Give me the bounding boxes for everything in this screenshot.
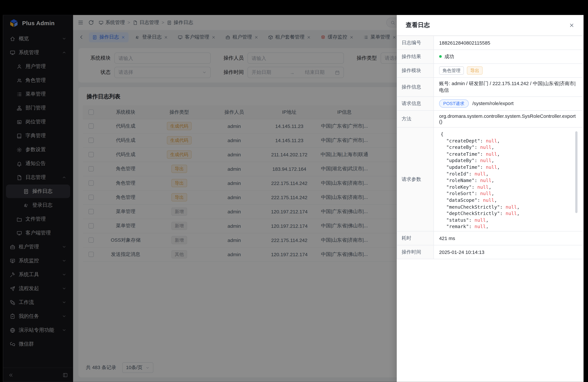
log-id-value: 1882612840802115585	[434, 36, 583, 50]
module-tag: 导出	[467, 66, 483, 75]
detail-row-result: 操作结果 成功	[397, 50, 583, 64]
detail-row-time: 操作时间 2025-01-24 10:14:13	[397, 245, 583, 259]
scrollbar-thumb[interactable]	[575, 131, 578, 213]
operation-info-value: 账号: admin / 研发部门 / 222.175.114.242 / 中国|…	[434, 77, 583, 97]
field-label: 请求参数	[397, 127, 434, 231]
field-label: 日志编号	[397, 36, 434, 50]
field-label: 操作信息	[397, 77, 434, 97]
module-tag: 角色管理	[439, 66, 464, 75]
request-value: POST请求/system/role/export	[434, 97, 583, 110]
detail-row-module: 操作模块 角色管理导出	[397, 64, 583, 77]
log-detail-table: 日志编号 1882612840802115585 操作结果 成功 操作模块 角色…	[397, 36, 583, 259]
drawer-title: 查看日志	[406, 21, 430, 29]
detail-row-log-id: 日志编号 1882612840802115585	[397, 36, 583, 50]
field-label: 耗时	[397, 231, 434, 245]
screen: Plus Admin 概览系统管理用户管理角色管理菜单管理部门管理岗位管理字典管…	[0, 0, 588, 382]
success-dot	[439, 55, 442, 58]
json-viewer: { "createDept": null, "createBy": null, …	[439, 130, 578, 229]
request-params-value: { "createDept": null, "createBy": null, …	[434, 127, 583, 231]
time-value: 2025-01-24 10:14:13	[434, 245, 583, 259]
json-scrollbar	[575, 131, 578, 227]
field-label: 操作结果	[397, 50, 434, 64]
detail-row-cost: 耗时 421 ms	[397, 231, 583, 245]
field-label: 请求信息	[397, 97, 434, 110]
module-tags: 角色管理导出	[434, 64, 583, 77]
cost-value: 421 ms	[434, 231, 583, 245]
view-log-drawer: 查看日志 日志编号 1882612840802115585 操作结果 成功 操作…	[397, 15, 583, 382]
close-icon[interactable]	[569, 22, 574, 28]
post-method-badge: POST请求	[439, 99, 469, 108]
status-badge: 成功	[444, 54, 454, 59]
field-label: 操作模块	[397, 64, 434, 77]
detail-row-method: 方法 org.dromara.system.controller.system.…	[397, 110, 583, 127]
drawer-header: 查看日志	[397, 15, 583, 36]
field-label: 操作时间	[397, 245, 434, 259]
request-url: /system/role/export	[472, 101, 514, 106]
field-label: 方法	[397, 110, 434, 127]
detail-row-request: 请求信息 POST请求/system/role/export	[397, 97, 583, 110]
json-content: { "createDept": null, "createBy": null, …	[441, 131, 576, 228]
method-value: org.dromara.system.controller.system.Sys…	[434, 110, 583, 127]
result-value: 成功	[434, 50, 583, 64]
detail-row-info: 操作信息 账号: admin / 研发部门 / 222.175.114.242 …	[397, 77, 583, 97]
detail-row-params: 请求参数 { "createDept": null, "createBy": n…	[397, 127, 583, 231]
close-icon	[569, 22, 574, 28]
